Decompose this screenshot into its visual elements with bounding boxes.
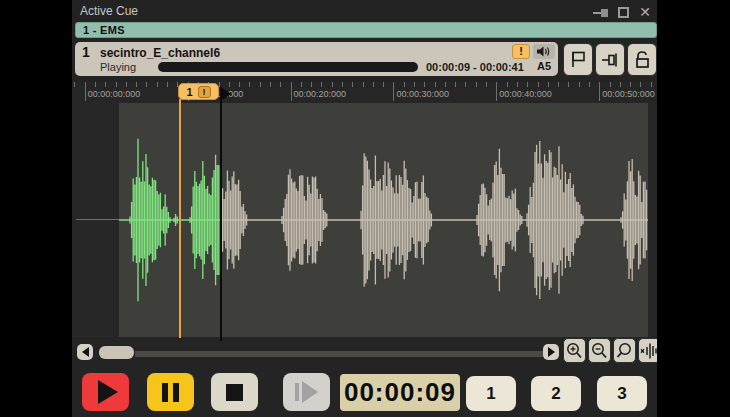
ruler-time-label: 00:00:40:000 <box>499 89 552 99</box>
ruler-minor-tick <box>95 82 96 87</box>
ruler-minor-tick <box>579 82 580 87</box>
playhead-flag-icon[interactable] <box>222 88 231 100</box>
right-arrow-icon <box>548 347 555 357</box>
ruler-minor-tick <box>352 82 353 87</box>
maximize-icon[interactable] <box>618 7 629 18</box>
cue-marker-label[interactable]: 1 ! <box>178 83 219 100</box>
ruler-minor-tick <box>342 82 343 87</box>
active-cue-window: Active Cue ✕ 1 - EMS 1 secintro_E_channe… <box>72 0 657 417</box>
ruler-minor-tick <box>157 82 158 87</box>
ruler-minor-tick <box>229 82 230 87</box>
timeline-ruler[interactable]: 00:00:00:00000:00:10:00000:00:20:00000:0… <box>72 82 657 103</box>
zoom-selection-icon <box>615 341 634 361</box>
ruler-minor-tick <box>486 82 487 87</box>
ruler-major-tick <box>291 82 292 101</box>
ruler-minor-tick <box>105 82 106 87</box>
ruler-minor-tick <box>435 82 436 87</box>
ruler-major-tick <box>393 82 394 101</box>
ruler-minor-tick <box>249 82 250 87</box>
zoom-in-icon <box>565 341 584 361</box>
playhead-line[interactable] <box>220 87 222 341</box>
dock-icon[interactable] <box>593 8 608 18</box>
ruler-minor-tick <box>167 82 168 87</box>
scrollbar-thumb[interactable] <box>99 346 134 359</box>
ruler-minor-tick <box>126 82 127 87</box>
ruler-minor-tick <box>116 82 117 87</box>
waveform-area[interactable] <box>119 103 648 337</box>
ruler-time-label: 00:00:30:000 <box>396 89 449 99</box>
pin-marker-button[interactable] <box>595 43 625 76</box>
ruler-minor-tick <box>445 82 446 87</box>
ruler-minor-tick <box>404 82 405 87</box>
ruler-minor-tick <box>414 82 415 87</box>
flag-marker-button[interactable] <box>563 43 593 76</box>
cue-number: 1 <box>82 44 90 60</box>
ruler-minor-tick <box>538 82 539 87</box>
cue-marker-warning: ! <box>198 86 211 98</box>
ruler-minor-tick <box>383 82 384 87</box>
ruler-minor-tick <box>311 82 312 87</box>
pause-icon <box>162 383 179 402</box>
ruler-minor-tick <box>270 82 271 87</box>
ruler-minor-tick <box>146 82 147 87</box>
stop-button[interactable] <box>211 373 258 411</box>
output-channel-label: A5 <box>537 60 551 72</box>
cue-row[interactable]: 1 secintro_E_channel6 Playing 00:00:09 -… <box>75 42 558 76</box>
ruler-minor-tick <box>74 82 75 87</box>
ruler-major-tick <box>496 82 497 101</box>
ruler-minor-tick <box>589 82 590 87</box>
cue-name: secintro_E_channel6 <box>100 46 220 60</box>
cue-status: Playing <box>100 61 136 73</box>
left-arrow-icon <box>82 347 89 357</box>
zoom-fit-icon <box>640 341 657 361</box>
zoom-fit-button[interactable] <box>638 338 657 363</box>
cue-time-range: 00:00:09 - 00:00:41 <box>426 61 524 73</box>
hotkey-button-1[interactable]: 1 <box>466 376 516 411</box>
unlock-icon <box>632 49 652 71</box>
ruler-minor-tick <box>136 82 137 87</box>
ruler-minor-tick <box>630 82 631 87</box>
scroll-left-button[interactable] <box>77 344 93 360</box>
stop-icon <box>226 384 243 401</box>
scroll-right-button[interactable] <box>543 344 559 360</box>
ruler-minor-tick <box>507 82 508 87</box>
title-bar[interactable]: Active Cue ✕ <box>72 0 657 21</box>
zoom-in-button[interactable] <box>563 338 586 363</box>
cue-group-header[interactable]: 1 - EMS <box>75 22 657 38</box>
ruler-minor-tick <box>568 82 569 87</box>
ruler-minor-tick <box>517 82 518 87</box>
ruler-minor-tick <box>548 82 549 87</box>
ruler-minor-tick <box>651 82 652 87</box>
ruler-minor-tick <box>260 82 261 87</box>
unlock-button[interactable] <box>627 43 657 76</box>
play-button[interactable] <box>82 373 129 411</box>
window-title: Active Cue <box>80 4 138 18</box>
ruler-minor-tick <box>465 82 466 87</box>
warning-badge: ! <box>512 44 530 59</box>
zoom-out-icon <box>590 341 609 361</box>
ruler-minor-tick <box>620 82 621 87</box>
ruler-minor-tick <box>280 82 281 87</box>
play-next-icon <box>295 381 318 403</box>
ruler-major-tick <box>85 82 86 101</box>
zoom-selection-button[interactable] <box>613 338 636 363</box>
hotkey-button-3[interactable]: 3 <box>597 376 647 411</box>
zoom-out-button[interactable] <box>588 338 611 363</box>
cue-marker-number: 1 <box>186 86 192 98</box>
close-icon[interactable]: ✕ <box>639 7 651 18</box>
cue-marker-line[interactable] <box>179 99 181 338</box>
flag-icon <box>568 49 588 71</box>
ruler-minor-tick <box>558 82 559 87</box>
pause-button[interactable] <box>147 373 194 411</box>
speaker-icon <box>533 44 555 59</box>
play-next-button[interactable] <box>283 373 330 411</box>
waveform-graphic <box>119 103 648 337</box>
scrollbar-track[interactable] <box>135 351 543 357</box>
elapsed-time-display: 00:00:09 <box>340 374 460 411</box>
cue-group-label: 1 - EMS <box>76 24 125 36</box>
ruler-minor-tick <box>363 82 364 87</box>
hotkey-button-2[interactable]: 2 <box>531 376 581 411</box>
ruler-minor-tick <box>373 82 374 87</box>
ruler-major-tick <box>599 82 600 101</box>
ruler-minor-tick <box>332 82 333 87</box>
